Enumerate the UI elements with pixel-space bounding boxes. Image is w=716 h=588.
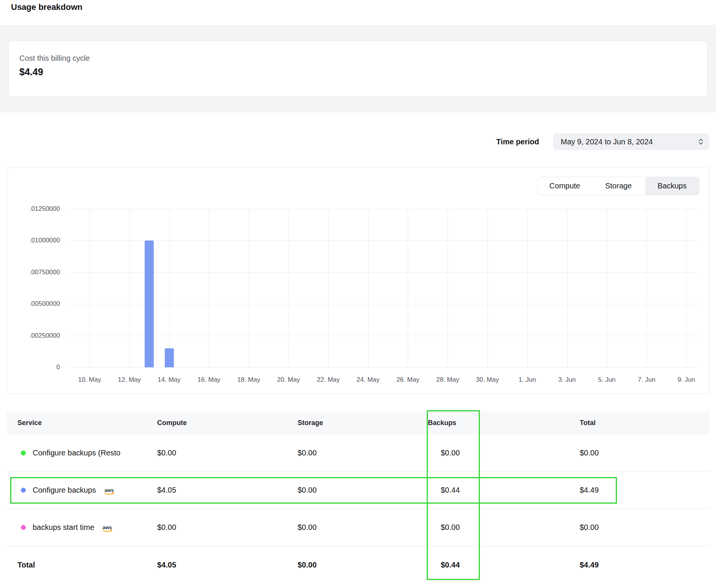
gridline-horizontal [69,336,699,336]
gridline-vertical [408,209,408,367]
time-period-value: May 9, 2024 to Jun 8, 2024 [561,138,653,146]
table-row-backups-start-time: backups start timeaws$0.00$0.00$0.00$0.0… [6,509,710,546]
column-header-service: Service [6,419,157,427]
compute-value: $4.05 [157,486,298,495]
gridline-horizontal [69,272,699,273]
gridline-horizontal [69,209,699,209]
x-axis-tick-label: 3. Jun [544,376,590,384]
gridline-vertical [289,209,289,367]
series-dot [21,488,26,493]
backups-value: $0.44 [428,486,532,495]
gridline-vertical [209,209,209,367]
x-axis-tick-label: 26. May [385,376,431,384]
select-chevrons-icon [698,138,704,146]
tab-backups[interactable]: Backups [645,177,699,195]
backups-value: $0.00 [428,449,532,457]
total-value: $0.00 [532,449,710,457]
total-storage-value: $0.00 [298,561,428,569]
total-value: $0.00 [532,523,710,532]
column-header-storage: Storage [298,419,428,427]
y-axis-tick-label: .01250000 [7,204,60,214]
svg-text:aws: aws [104,487,114,493]
x-axis-tick-label: 30. May [465,376,510,384]
y-axis-tick-label: .00750000 [7,267,60,277]
table-body: Configure backups (Resto$0.00$0.00$0.00$… [6,435,710,546]
x-axis-tick-label: 12. May [107,376,152,384]
gridline-vertical [567,209,568,367]
gridline-vertical [129,209,130,367]
chart-bar-14-may[interactable] [165,348,174,367]
service-cell: Configure backupsaws [6,486,157,495]
column-header-compute: Compute [157,419,298,427]
aws-logo: aws [102,487,116,496]
cost-summary-band: Cost this billing cycle $4.49 [0,25,716,112]
total-total-value: $4.49 [532,561,710,569]
storage-value: $0.00 [298,449,428,457]
series-dot [21,450,26,455]
service-name: Configure backups [33,486,96,495]
cost-card-value: $4.49 [19,66,697,77]
gridline-vertical [607,209,607,367]
table-row-configure-backups-resto: Configure backups (Resto$0.00$0.00$0.00$… [6,435,710,472]
y-axis-tick-label: .01000000 [7,236,60,245]
service-cell: backups start timeaws [6,523,157,532]
x-axis-tick-label: 10. May [67,376,112,384]
total-value: $4.49 [532,486,710,495]
storage-value: $0.00 [298,486,428,495]
x-axis-tick-label: 5. Jun [584,376,629,384]
total-row-label: Total [6,561,157,569]
service-cell: Configure backups (Resto [6,449,157,457]
service-name: Configure backups (Resto [33,449,120,457]
series-dot [21,525,26,530]
gridline-vertical [328,209,329,367]
gridline-vertical [487,209,488,367]
usage-chart-card: ComputeStorageBackups .01250000.01000000… [6,167,710,394]
table-row-configure-backups: Configure backupsaws$4.05$0.00$0.44$4.49 [6,472,710,509]
table-total-row: Total$4.05$0.00$0.44$4.49 [6,546,710,583]
column-header-backups: Backups [428,419,532,427]
y-axis-tick-label: .00500000 [7,299,60,309]
page-title: Usage breakdown [11,2,82,12]
time-period-row: Time period May 9, 2024 to Jun 8, 2024 [496,133,709,150]
x-axis-tick-label: 28. May [425,376,470,384]
compute-value: $0.00 [157,523,298,532]
tab-compute[interactable]: Compute [538,177,591,195]
y-axis-tick-label: .00250000 [7,331,60,341]
total-backups-value: $0.44 [428,561,532,569]
x-axis-tick-label: 20. May [266,376,311,384]
cost-card: Cost this billing cycle $4.49 [8,41,708,97]
column-header-total: Total [532,419,710,427]
usage-breakdown-page: Usage breakdown Cost this billing cycle … [0,0,716,588]
x-axis-tick-label: 1. Jun [505,376,550,384]
time-period-select[interactable]: May 9, 2024 to Jun 8, 2024 [553,133,709,150]
gridline-vertical [368,209,369,367]
tab-storage[interactable]: Storage [591,177,645,195]
gridline-vertical [686,209,687,367]
service-name: backups start time [33,523,94,532]
gridline-vertical [90,209,90,367]
y-axis-tick-label: 0 [7,362,60,372]
compute-value: $0.00 [157,449,298,457]
chart-metric-tabs: ComputeStorageBackups [538,177,699,195]
gridline-vertical [169,209,170,367]
x-axis-tick-label: 18. May [226,376,271,384]
cost-card-label: Cost this billing cycle [19,54,697,63]
table-header-row: ServiceComputeStorageBackupsTotal [6,411,710,435]
gridline-vertical [527,209,528,367]
svg-text:aws: aws [103,525,112,530]
chart-bar-13-may[interactable] [145,240,154,367]
gridline-horizontal [69,304,699,304]
gridline-vertical [647,209,647,367]
storage-value: $0.00 [298,523,428,532]
backups-value: $0.00 [428,523,532,532]
aws-logo: aws [100,524,114,533]
x-axis-tick-label: 22. May [306,376,351,384]
gridline-vertical [448,209,448,367]
total-compute-value: $4.05 [157,561,298,569]
time-period-label: Time period [496,138,539,146]
x-axis-tick-label: 7. Jun [624,376,669,384]
x-axis-tick-label: 14. May [147,376,192,384]
x-axis-tick-label: 24. May [345,376,391,384]
usage-table: ServiceComputeStorageBackupsTotal Config… [6,411,710,583]
gridline-horizontal [69,367,699,368]
